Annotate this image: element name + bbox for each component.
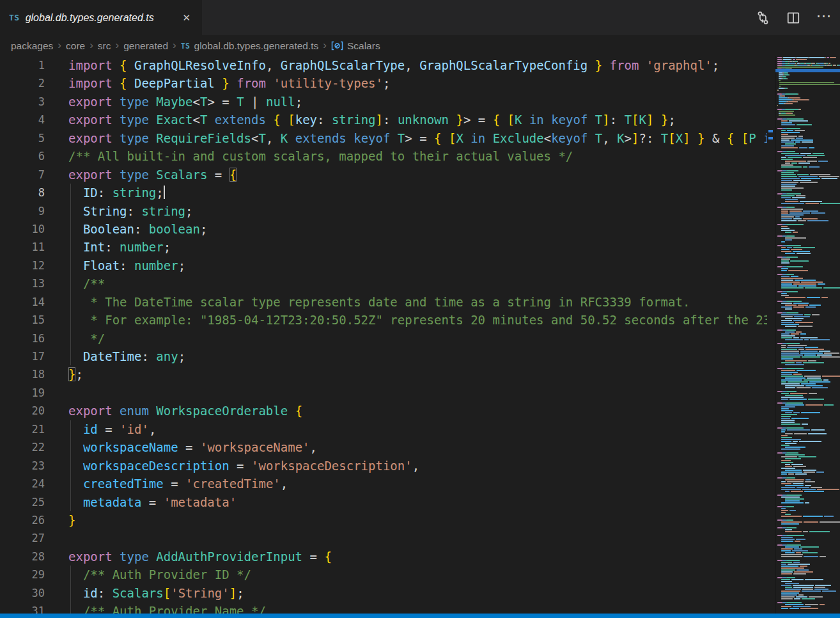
line-number[interactable]: 11 bbox=[0, 238, 45, 256]
breadcrumb-item-file[interactable]: TS global.db.types.generated.ts bbox=[181, 40, 319, 52]
symbol-object-icon bbox=[331, 41, 343, 51]
line-number[interactable]: 25 bbox=[0, 493, 45, 511]
code-line[interactable]: 13 /** bbox=[0, 274, 767, 292]
overview-ruler-marker bbox=[768, 137, 773, 139]
line-number[interactable]: 17 bbox=[0, 347, 45, 365]
line-number[interactable]: 10 bbox=[0, 220, 45, 238]
editor-actions: ⋯ bbox=[752, 0, 835, 35]
text-cursor bbox=[164, 186, 165, 199]
line-number[interactable]: 4 bbox=[0, 111, 45, 129]
breadcrumb-item-packages[interactable]: packages bbox=[11, 40, 53, 52]
split-editor-icon bbox=[786, 11, 800, 25]
line-number[interactable]: 18 bbox=[0, 365, 45, 383]
tab-global-db-types-generated-ts[interactable]: TS global.db.types.generated.ts ✕ bbox=[0, 0, 202, 35]
overview-ruler[interactable] bbox=[767, 56, 775, 614]
overview-ruler-marker bbox=[768, 130, 773, 132]
code-line[interactable]: 7export type Scalars = { bbox=[0, 166, 767, 184]
code-line[interactable]: 1import { GraphQLResolveInfo, GraphQLSca… bbox=[0, 56, 767, 74]
status-bar[interactable] bbox=[0, 614, 840, 618]
line-number[interactable]: 24 bbox=[0, 475, 45, 493]
open-changes-button[interactable] bbox=[752, 7, 774, 29]
line-number[interactable]: 27 bbox=[0, 529, 45, 547]
code-line[interactable]: 17 DateTime: any; bbox=[0, 347, 767, 365]
breadcrumb: packages › core › src › generated › TS g… bbox=[0, 35, 840, 56]
code-line[interactable]: 20export enum WorkspaceOrderable { bbox=[0, 402, 767, 420]
code-line[interactable]: 31 /** Auth Provider Name */ bbox=[0, 602, 767, 614]
code-line[interactable]: 18}; bbox=[0, 365, 767, 383]
code-line[interactable]: 14 * The DateTime scalar type represents… bbox=[0, 293, 767, 311]
code-line[interactable]: 8 ID: string; bbox=[0, 184, 767, 202]
line-number[interactable]: 29 bbox=[0, 566, 45, 583]
line-number[interactable]: 13 bbox=[0, 274, 45, 292]
breadcrumb-item-symbol[interactable]: Scalars bbox=[331, 40, 380, 52]
more-actions-button[interactable]: ⋯ bbox=[813, 7, 835, 29]
code-line[interactable]: 2import { DeepPartial } from 'utility-ty… bbox=[0, 74, 767, 92]
line-number[interactable]: 2 bbox=[0, 74, 45, 92]
line-number[interactable]: 30 bbox=[0, 584, 45, 602]
code-line[interactable]: 4export type Exact<T extends { [key: str… bbox=[0, 111, 767, 129]
line-number[interactable]: 28 bbox=[0, 548, 45, 566]
line-number[interactable]: 6 bbox=[0, 147, 45, 165]
breadcrumb-item-generated[interactable]: generated bbox=[123, 40, 168, 52]
line-number[interactable]: 5 bbox=[0, 129, 45, 147]
line-number[interactable]: 23 bbox=[0, 457, 45, 475]
close-icon[interactable]: ✕ bbox=[180, 11, 193, 25]
open-changes-icon bbox=[756, 11, 770, 25]
code-lines[interactable]: 1import { GraphQLResolveInfo, GraphQLSca… bbox=[0, 56, 767, 614]
breadcrumb-item-core[interactable]: core bbox=[66, 40, 85, 52]
code-line[interactable]: 24 createdTime = 'createdTime', bbox=[0, 475, 767, 493]
code-line[interactable]: 26} bbox=[0, 511, 767, 529]
code-line[interactable]: 6/** All built-in and custom scalars, ma… bbox=[0, 147, 767, 165]
chevron-right-icon: › bbox=[173, 40, 176, 52]
minimap-current-line-marker bbox=[775, 69, 840, 72]
split-editor-button[interactable] bbox=[782, 7, 804, 29]
code-line[interactable]: 5export type RequireFields<T, K extends … bbox=[0, 129, 767, 147]
line-number[interactable]: 15 bbox=[0, 311, 45, 329]
line-number[interactable]: 19 bbox=[0, 384, 45, 402]
chevron-right-icon: › bbox=[89, 40, 93, 52]
code-line[interactable]: 15 * For example: "1985-04-12T23:20:50.5… bbox=[0, 311, 767, 329]
line-number[interactable]: 9 bbox=[0, 202, 45, 220]
line-number[interactable]: 1 bbox=[0, 56, 45, 74]
tab-bar: TS global.db.types.generated.ts ✕ bbox=[0, 0, 840, 35]
code-line[interactable]: 28export type AddAuthProviderInput = { bbox=[0, 548, 767, 566]
line-number[interactable]: 26 bbox=[0, 511, 45, 529]
code-line[interactable]: 3export type Maybe<T> = T | null; bbox=[0, 93, 767, 111]
line-number[interactable]: 20 bbox=[0, 402, 45, 420]
line-number[interactable]: 3 bbox=[0, 93, 45, 111]
line-number[interactable]: 7 bbox=[0, 166, 45, 184]
typescript-file-icon: TS bbox=[9, 13, 20, 22]
chevron-right-icon: › bbox=[58, 40, 61, 52]
line-number[interactable]: 8 bbox=[0, 184, 45, 202]
tab-title: global.db.types.generated.ts bbox=[26, 12, 174, 24]
minimap[interactable] bbox=[775, 56, 840, 614]
typescript-file-icon: TS bbox=[181, 42, 191, 51]
code-line[interactable]: 21 id = 'id', bbox=[0, 420, 767, 438]
code-line[interactable]: 23 workspaceDescription = 'workspaceDesc… bbox=[0, 457, 767, 475]
line-number[interactable]: 14 bbox=[0, 293, 45, 311]
code-line[interactable]: 22 workspaceName = 'workspaceName', bbox=[0, 438, 767, 456]
code-line[interactable]: 9 String: string; bbox=[0, 202, 767, 220]
line-number[interactable]: 16 bbox=[0, 329, 45, 347]
breadcrumb-symbol-label: Scalars bbox=[347, 40, 380, 52]
code-line[interactable]: 30 id: Scalars['String']; bbox=[0, 584, 767, 602]
breadcrumb-item-src[interactable]: src bbox=[98, 40, 111, 52]
code-line[interactable]: 11 Int: number; bbox=[0, 238, 767, 256]
line-number[interactable]: 12 bbox=[0, 257, 45, 274]
code-line[interactable]: 29 /** Auth Provider ID */ bbox=[0, 566, 767, 583]
code-line[interactable]: 19 bbox=[0, 384, 767, 402]
line-number[interactable]: 31 bbox=[0, 602, 45, 614]
line-number[interactable]: 22 bbox=[0, 438, 45, 456]
vscode-window: TS global.db.types.generated.ts ✕ bbox=[0, 0, 840, 618]
code-line[interactable]: 27 bbox=[0, 529, 767, 547]
editor[interactable]: 1import { GraphQLResolveInfo, GraphQLSca… bbox=[0, 56, 840, 614]
minimap-rows bbox=[777, 57, 840, 612]
line-number[interactable]: 21 bbox=[0, 420, 45, 438]
code-line[interactable]: 25 metadata = 'metadata' bbox=[0, 493, 767, 511]
code-line[interactable]: 12 Float: number; bbox=[0, 257, 767, 274]
breadcrumb-file-label: global.db.types.generated.ts bbox=[194, 40, 319, 52]
chevron-right-icon: › bbox=[116, 40, 120, 52]
code-line[interactable]: 16 */ bbox=[0, 329, 767, 347]
chevron-right-icon: › bbox=[323, 40, 327, 52]
code-line[interactable]: 10 Boolean: boolean; bbox=[0, 220, 767, 238]
